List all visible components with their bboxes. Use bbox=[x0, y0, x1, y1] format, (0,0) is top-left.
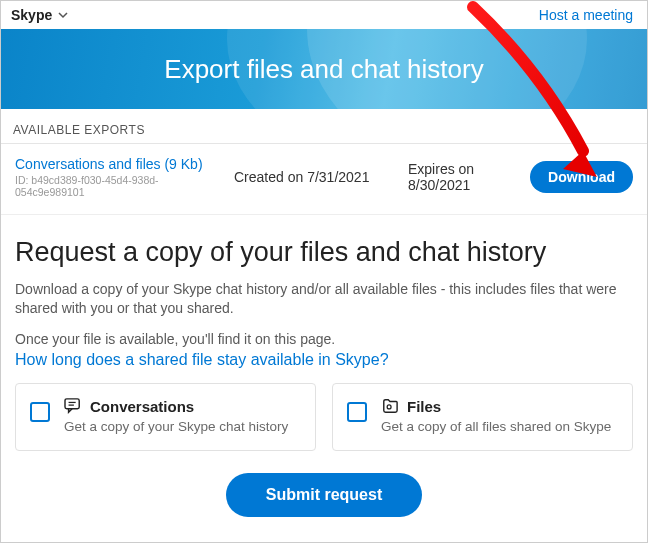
download-button[interactable]: Download bbox=[530, 161, 633, 193]
chevron-down-icon bbox=[58, 10, 68, 20]
conversations-desc: Get a copy of your Skype chat history bbox=[64, 419, 288, 434]
banner-title: Export files and chat history bbox=[164, 54, 483, 85]
request-description: Download a copy of your Skype chat histo… bbox=[15, 280, 633, 318]
export-id-label: ID: b49cd389-f030-45d4-938d-054c9e989101 bbox=[15, 174, 220, 198]
option-conversations-card[interactable]: Conversations Get a copy of your Skype c… bbox=[15, 383, 316, 451]
request-heading: Request a copy of your files and chat hi… bbox=[15, 237, 633, 268]
page-banner: Export files and chat history bbox=[1, 29, 647, 109]
chat-icon bbox=[64, 398, 82, 414]
host-meeting-link[interactable]: Host a meeting bbox=[539, 7, 633, 23]
export-created-label: Created on 7/31/2021 bbox=[234, 169, 394, 185]
export-row: Conversations and files (9 Kb) ID: b49cd… bbox=[1, 144, 647, 215]
files-desc: Get a copy of all files shared on Skype bbox=[381, 419, 611, 434]
submit-request-button[interactable]: Submit request bbox=[226, 473, 422, 517]
faq-link[interactable]: How long does a shared file stay availab… bbox=[15, 351, 389, 368]
files-icon bbox=[381, 398, 399, 414]
svg-rect-0 bbox=[65, 399, 79, 409]
export-expires-label: Expires on 8/30/2021 bbox=[408, 161, 516, 193]
conversations-title: Conversations bbox=[90, 398, 194, 415]
top-bar: Skype Host a meeting bbox=[1, 1, 647, 29]
brand-label: Skype bbox=[11, 7, 52, 23]
conversations-checkbox[interactable] bbox=[30, 402, 50, 422]
svg-point-3 bbox=[387, 405, 391, 409]
export-title-link[interactable]: Conversations and files (9 Kb) bbox=[15, 156, 220, 172]
availability-note: Once your file is available, you'll find… bbox=[15, 330, 633, 349]
brand-dropdown[interactable]: Skype bbox=[11, 7, 68, 23]
option-files-card[interactable]: Files Get a copy of all files shared on … bbox=[332, 383, 633, 451]
files-checkbox[interactable] bbox=[347, 402, 367, 422]
available-exports-heading: AVAILABLE EXPORTS bbox=[1, 109, 647, 144]
files-title: Files bbox=[407, 398, 441, 415]
